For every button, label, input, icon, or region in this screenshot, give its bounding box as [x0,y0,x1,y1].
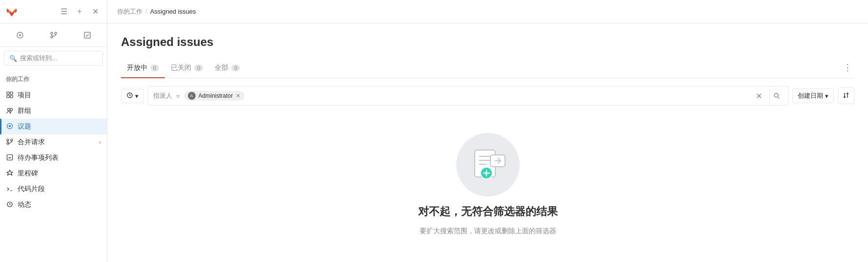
activity-nav-icon [6,201,14,209]
sort-direction-btn[interactable] [838,87,854,104]
issues-toolbar-btn[interactable] [4,27,36,43]
tabs-container: 开放中 0 已关闭 0 全部 0 ⋮ [121,59,854,78]
svg-rect-7 [10,92,13,94]
filter-search-btn[interactable] [769,89,783,103]
sidebar: ☰ ＋ ✕ 🔍 搜索或转到... [0,0,107,262]
tab-closed-label: 已关闭 [171,64,191,72]
tab-open-badge: 0 [150,65,159,71]
empty-illustration-svg [466,143,510,187]
sort-date-btn[interactable]: 创建日期 ▾ [792,88,834,103]
merge-requests-toolbar-btn[interactable] [38,27,69,43]
sidebar-item-label: 代码片段 [18,185,45,194]
svg-point-14 [7,139,9,141]
filter-input-area[interactable]: 指派人 = A Administrator ✕ ✕ [148,86,788,106]
tab-closed-badge: 0 [194,65,203,71]
empty-state-title: 对不起，无符合筛选器的结果 [418,204,558,219]
sort-chevron-icon: ▾ [825,92,828,100]
filter-tag-close-btn[interactable]: ✕ [236,93,241,99]
page-title: Assigned issues [121,35,854,49]
search-placeholder: 搜索或转到... [20,54,57,63]
tab-all-badge: 0 [231,65,240,71]
tabs: 开放中 0 已关闭 0 全部 0 [121,59,246,78]
empty-illustration [456,133,520,196]
search-box[interactable]: 🔍 搜索或转到... [4,51,103,66]
filter-clear-btn[interactable]: ✕ [752,89,766,103]
history-icon [126,92,133,100]
tab-all-label: 全部 [215,64,228,72]
merge-requests-nav-icon [6,138,14,147]
breadcrumb-parent[interactable]: 你的工作 [117,7,142,16]
groups-icon [6,107,14,115]
projects-icon [6,91,14,100]
tab-all[interactable]: 全部 0 [209,59,246,78]
empty-state-subtitle: 要扩大搜索范围，请更改或删除上面的筛选器 [420,227,556,236]
sidebar-item-milestones[interactable]: 里程碑 [0,166,107,181]
breadcrumb-separator: / [145,8,147,15]
new-item-btn[interactable]: ＋ [74,6,85,18]
svg-point-3 [55,32,57,34]
filter-tag-avatar: A [188,92,196,100]
filter-tag-label: Administrator [199,92,233,99]
svg-rect-6 [7,92,9,94]
milestones-nav-icon [6,170,14,178]
topbar: 你的工作 / Assigned issues [107,0,868,23]
sidebar-item-projects[interactable]: 项目 [0,87,107,103]
sidebar-item-merge-requests[interactable]: 合并请求 › [0,134,107,150]
sort-direction-icon [843,92,849,100]
sidebar-toolbar [0,23,107,47]
sidebar-item-label: 里程碑 [18,169,38,178]
issues-nav-icon [6,123,14,131]
snippets-nav-icon [6,185,14,194]
sidebar-item-label: 合并请求 [18,138,45,147]
sidebar-item-todos[interactable]: 待办事项列表 [0,150,107,166]
tab-open-label: 开放中 [127,64,147,72]
tabs-menu-btn[interactable]: ⋮ [841,61,854,74]
filter-assignee-label: 指派人 [153,91,172,100]
sidebar-item-label: 议题 [18,122,31,131]
history-chevron: ▾ [135,92,139,100]
sort-date-label: 创建日期 [798,91,823,100]
gitlab-logo [6,6,18,18]
svg-point-1 [19,34,21,36]
toggle-sidebar-btn[interactable]: ☰ [58,6,70,18]
todo-icon [83,31,91,39]
filter-history-btn[interactable]: ▾ [121,89,144,103]
filter-bar: ▾ 指派人 = A Administrator ✕ ✕ [121,86,854,106]
issues-icon [16,31,24,39]
sidebar-item-label: 待办事项列表 [18,153,59,162]
sidebar-item-issues[interactable]: 议题 [0,119,107,134]
close-sidebar-btn[interactable]: ✕ [89,6,101,18]
sidebar-item-label: 动态 [18,200,31,209]
sidebar-section-title: 你的工作 [0,69,107,86]
sidebar-item-activity[interactable]: 动态 [0,197,107,213]
svg-point-13 [9,125,11,127]
svg-rect-8 [7,95,9,98]
todos-nav-icon [6,154,14,162]
sidebar-header: ☰ ＋ ✕ [0,0,107,23]
todo-toolbar-btn[interactable] [71,27,103,43]
tab-closed[interactable]: 已关闭 0 [165,59,209,78]
main-content: 你的工作 / Assigned issues Assigned issues 开… [107,0,868,262]
breadcrumb-current: Assigned issues [150,8,196,15]
sidebar-item-label: 项目 [18,91,31,100]
svg-rect-9 [10,95,13,98]
svg-point-2 [51,32,53,34]
sidebar-item-groups[interactable]: 群组 [0,103,107,119]
nav-arrow-icon: › [99,139,101,146]
sidebar-item-label: 群组 [18,107,31,115]
empty-state: 对不起，无符合筛选器的结果 要扩大搜索范围，请更改或删除上面的筛选器 [121,121,854,247]
filter-tag: A Administrator ✕ [184,91,245,101]
svg-point-10 [8,108,10,110]
svg-point-18 [774,93,778,97]
tab-open[interactable]: 开放中 0 [121,59,165,78]
sidebar-item-snippets[interactable]: 代码片段 [0,181,107,197]
svg-point-15 [11,139,13,141]
search-icon: 🔍 [9,55,17,62]
sidebar-nav: 项目 群组 议题 [0,86,107,215]
merge-requests-icon [50,31,58,39]
filter-eq-label: = [176,92,180,100]
svg-rect-17 [7,154,13,160]
svg-point-11 [10,108,13,110]
sidebar-header-icons: ☰ ＋ ✕ [58,6,101,18]
content-area: Assigned issues 开放中 0 已关闭 0 全部 0 ⋮ [107,23,868,262]
